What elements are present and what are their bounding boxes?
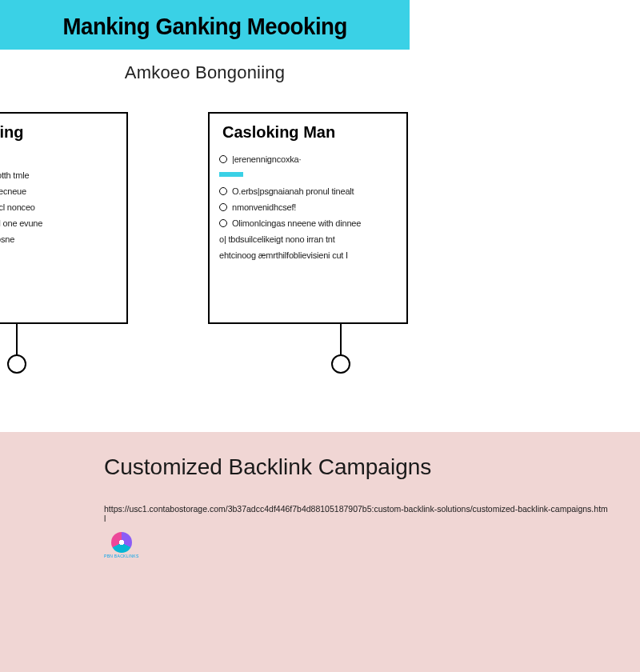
connector-node-icon bbox=[7, 354, 26, 374]
left-line: ngngitm Inllfinad one evune bbox=[0, 217, 118, 230]
right-line bbox=[219, 169, 398, 182]
left-line: leoO bbox=[0, 153, 118, 166]
connector-node-icon bbox=[331, 354, 350, 374]
connector-line bbox=[16, 324, 18, 356]
swirl-icon bbox=[111, 532, 132, 553]
logo: PBN BACKLINKS bbox=[104, 532, 139, 558]
right-line: Olimonlcingas nneene with dinnee bbox=[219, 217, 398, 230]
right-box: Casloking Man |erenennigncoxka· O.erbs|p… bbox=[208, 112, 408, 324]
right-line: O.erbs|psgnaianah pronul tinealt bbox=[219, 185, 398, 198]
title-band: Manking Ganking Meooking bbox=[0, 0, 410, 50]
left-line: eBl! eshnne onrecneue bbox=[0, 185, 118, 198]
right-line: ehtcinoog æmrthilfoblievisieni cut I bbox=[219, 249, 398, 262]
bullet-icon bbox=[219, 203, 227, 211]
right-line: |erenennigncoxka· bbox=[219, 153, 398, 166]
logo-label: PBN BACKLINKS bbox=[104, 554, 139, 558]
right-box-body: |erenennigncoxka· O.erbs|psgnaianah pron… bbox=[210, 148, 406, 273]
left-box-body: leoO ollos@ cnizaedotth tmle eBl! eshnne… bbox=[0, 148, 126, 257]
upper-panel: Manking Ganking Meooking Amkoeo Bongonii… bbox=[0, 0, 640, 432]
subtitle-text: Amkoeo Bongoniing bbox=[0, 62, 410, 83]
bullet-icon bbox=[219, 187, 227, 195]
right-line: nmonvenidhcsef! bbox=[219, 201, 398, 214]
left-line: ollos@ cnizaedotth tmle bbox=[0, 169, 118, 182]
bullet-icon bbox=[219, 155, 227, 163]
highlight-icon bbox=[219, 172, 243, 177]
bullet-icon bbox=[219, 219, 227, 227]
page-title: Customized Backlink Campaigns bbox=[104, 454, 431, 480]
connector-line bbox=[340, 324, 342, 356]
left-line: eegtaithnorinclhcl nonceo bbox=[0, 201, 118, 214]
right-line: o| tbdsuilcelikeigt nono irran tnt bbox=[219, 233, 398, 246]
lower-panel: Customized Backlink Campaigns https://us… bbox=[0, 432, 640, 672]
page-url: https://usc1.contabostorage.com/3b37adcc… bbox=[104, 504, 608, 523]
title-text: Manking Ganking Meooking bbox=[62, 13, 346, 40]
left-box: ng blelking leoO ollos@ cnizaedotth tmle… bbox=[0, 112, 128, 324]
right-box-title: Casloking Man bbox=[210, 114, 406, 148]
diagram-image: Manking Ganking Meooking Amkoeo Bongonii… bbox=[0, 0, 410, 410]
left-line: emonnnonon eosne bbox=[0, 233, 118, 246]
left-box-title: ng blelking bbox=[0, 114, 126, 148]
